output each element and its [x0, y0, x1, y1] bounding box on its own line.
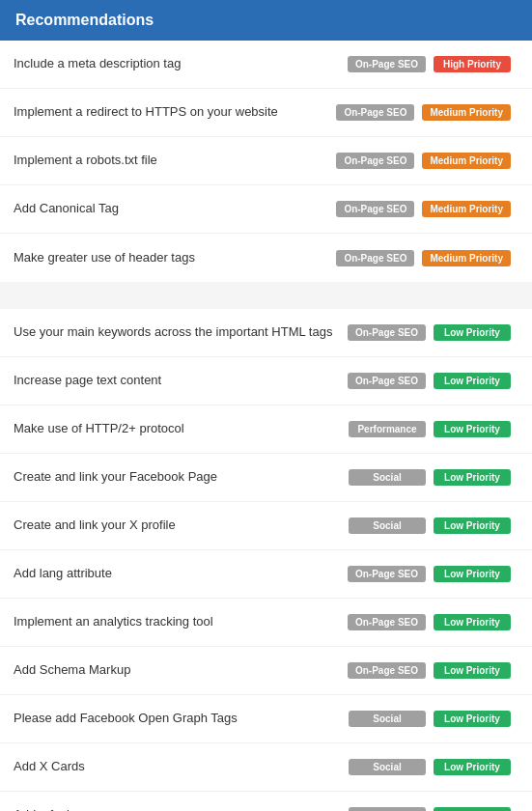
priority-badge: Medium Priority: [422, 153, 511, 169]
table-row[interactable]: Add X CardsSocialLow Priority: [0, 743, 532, 792]
priority-badge: Low Priority: [434, 662, 511, 679]
badges-container: SocialLow Priority: [349, 469, 518, 486]
priority-badge: High Priority: [434, 56, 511, 72]
row-label: Add Schema Markup: [14, 661, 348, 679]
priority-badge: Low Priority: [434, 517, 511, 534]
table-row[interactable]: Increase page text contentOn-Page SEOLow…: [0, 357, 532, 406]
badges-container: PerformanceLow Priority: [349, 421, 518, 437]
category-badge: On-Page SEO: [348, 662, 426, 679]
table-row[interactable]: Add a faviconUsabilityLow Priority: [0, 792, 532, 811]
table-row[interactable]: Add Schema MarkupOn-Page SEOLow Priority: [0, 647, 532, 695]
row-label: Add Canonical Tag: [14, 200, 336, 217]
row-label: Make greater use of header tags: [14, 249, 336, 266]
category-badge: Social: [349, 759, 426, 775]
row-label: Please add Facebook Open Graph Tags: [14, 710, 349, 727]
category-badge: On-Page SEO: [348, 566, 426, 582]
recommendations-header: Recommendations: [0, 0, 532, 41]
priority-badge: Low Priority: [434, 324, 511, 341]
badges-container: SocialLow Priority: [349, 759, 518, 775]
table-row[interactable]: Please add Facebook Open Graph TagsSocia…: [0, 695, 532, 743]
priority-badge: Low Priority: [434, 711, 511, 727]
badges-container: UsabilityLow Priority: [349, 807, 518, 811]
row-label: Make use of HTTP/2+ protocol: [14, 420, 349, 437]
row-label: Add a favicon: [14, 806, 349, 811]
category-badge: On-Page SEO: [336, 153, 414, 169]
table-row[interactable]: Use your main keywords across the import…: [0, 309, 532, 357]
category-badge: Usability: [349, 807, 426, 811]
table-row[interactable]: Implement a redirect to HTTPS on your we…: [0, 89, 532, 137]
badges-container: On-Page SEOMedium Priority: [336, 153, 518, 169]
header-title: Recommendations: [15, 12, 154, 28]
section-low: Use your main keywords across the import…: [0, 309, 532, 811]
badges-container: SocialLow Priority: [349, 517, 518, 534]
badges-container: On-Page SEOLow Priority: [348, 373, 518, 389]
category-badge: On-Page SEO: [348, 614, 426, 630]
table-row[interactable]: Make use of HTTP/2+ protocolPerformanceL…: [0, 406, 532, 454]
row-label: Create and link your X profile: [14, 517, 349, 534]
category-badge: Social: [349, 469, 426, 486]
priority-badge: Low Priority: [434, 759, 511, 775]
priority-badge: Low Priority: [434, 807, 511, 811]
table-row[interactable]: Create and link your Facebook PageSocial…: [0, 454, 532, 502]
row-label: Add lang attribute: [14, 565, 348, 582]
priority-badge: Low Priority: [434, 469, 511, 486]
category-badge: On-Page SEO: [348, 324, 426, 341]
table-row[interactable]: Add Canonical TagOn-Page SEOMedium Prior…: [0, 185, 532, 234]
category-badge: Performance: [349, 421, 426, 437]
section-spacer: [0, 290, 532, 309]
row-label: Increase page text content: [14, 372, 348, 389]
row-label: Implement a redirect to HTTPS on your we…: [14, 103, 336, 121]
row-label: Include a meta description tag: [14, 55, 348, 72]
category-badge: On-Page SEO: [336, 250, 414, 266]
category-badge: Social: [349, 517, 426, 534]
category-badge: On-Page SEO: [336, 201, 414, 217]
row-label: Use your main keywords across the import…: [14, 323, 348, 341]
row-label: Add X Cards: [14, 758, 349, 775]
badges-container: On-Page SEOMedium Priority: [336, 104, 518, 121]
priority-badge: Low Priority: [434, 614, 511, 630]
priority-badge: Medium Priority: [422, 104, 511, 121]
badges-container: SocialLow Priority: [349, 711, 518, 727]
table-row[interactable]: Implement an analytics tracking toolOn-P…: [0, 599, 532, 647]
row-label: Create and link your Facebook Page: [14, 468, 349, 486]
table-row[interactable]: Implement a robots.txt fileOn-Page SEOMe…: [0, 137, 532, 185]
priority-badge: Low Priority: [434, 421, 511, 437]
row-label: Implement a robots.txt file: [14, 152, 336, 169]
table-row[interactable]: Add lang attributeOn-Page SEOLow Priorit…: [0, 550, 532, 599]
badges-container: On-Page SEOMedium Priority: [336, 250, 518, 266]
category-badge: On-Page SEO: [348, 56, 426, 72]
table-row[interactable]: Create and link your X profileSocialLow …: [0, 502, 532, 550]
badges-container: On-Page SEOLow Priority: [348, 324, 518, 341]
category-badge: On-Page SEO: [336, 104, 414, 121]
badges-container: On-Page SEOLow Priority: [348, 614, 518, 630]
badges-container: On-Page SEOLow Priority: [348, 566, 518, 582]
category-badge: On-Page SEO: [348, 373, 426, 389]
badges-container: On-Page SEOMedium Priority: [336, 201, 518, 217]
badges-container: On-Page SEOLow Priority: [348, 662, 518, 679]
badges-container: On-Page SEOHigh Priority: [348, 56, 518, 72]
table-row[interactable]: Include a meta description tagOn-Page SE…: [0, 41, 532, 89]
table-row[interactable]: Make greater use of header tagsOn-Page S…: [0, 234, 532, 282]
priority-badge: Medium Priority: [422, 201, 511, 217]
priority-badge: Medium Priority: [422, 250, 511, 266]
section-high-medium: Include a meta description tagOn-Page SE…: [0, 41, 532, 282]
priority-badge: Low Priority: [434, 566, 511, 582]
priority-badge: Low Priority: [434, 373, 511, 389]
category-badge: Social: [349, 711, 426, 727]
row-label: Implement an analytics tracking tool: [14, 613, 348, 630]
